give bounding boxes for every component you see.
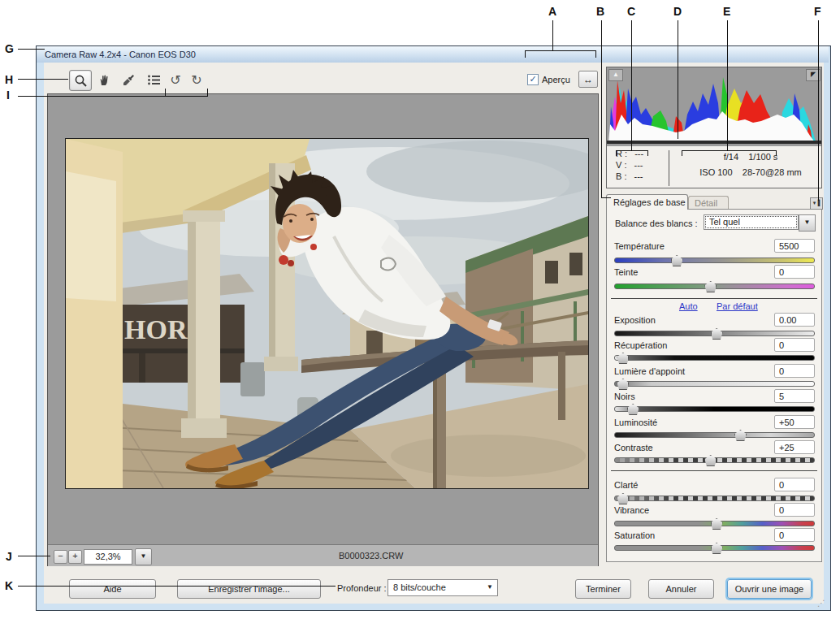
- auto-link[interactable]: Auto: [679, 301, 698, 311]
- exposure-slider-thumb[interactable]: [711, 328, 723, 340]
- histogram-panel: ▲ ◤ R : --- V : --- B : --- f/14 1/100 s…: [606, 67, 822, 188]
- callout-bracket-c-l: [616, 150, 617, 156]
- chevron-down-icon: ▼: [141, 552, 147, 560]
- hand-tool-button[interactable]: [93, 70, 115, 89]
- done-button[interactable]: Terminer: [575, 579, 631, 599]
- white-balance-select[interactable]: Tel quel: [704, 214, 799, 230]
- list-icon: [147, 74, 161, 86]
- exposure-value[interactable]: 0.00: [774, 313, 815, 327]
- slider-row-exposure: Exposition 0.00: [614, 315, 815, 328]
- exif-iso-lens: ISO 100 28-70@28 mm: [682, 167, 820, 177]
- fullscreen-toggle-button[interactable]: ↔: [578, 71, 598, 88]
- callout-bracket-e: [682, 150, 777, 151]
- clarity-label: Clarté: [614, 480, 638, 490]
- cancel-button[interactable]: Annuler: [648, 579, 714, 599]
- color-samples-tool-button[interactable]: [143, 70, 164, 89]
- saturation-slider[interactable]: [614, 545, 815, 551]
- temperature-slider-thumb[interactable]: [671, 255, 683, 266]
- exposure-slider[interactable]: [614, 331, 815, 336]
- save-image-button[interactable]: Enregistrer l'image...: [177, 579, 321, 599]
- callout-bracket-a-l: [525, 50, 526, 58]
- help-button[interactable]: Aide: [69, 579, 156, 599]
- title-bar[interactable]: Camera Raw 4.2x4 - Canon EOS D30: [37, 46, 829, 63]
- brightness-label: Luminosité: [614, 418, 657, 427]
- zoom-in-button[interactable]: +: [68, 550, 82, 564]
- checkmark-icon: ✓: [529, 74, 536, 84]
- rotate-cw-icon: ↻: [191, 72, 201, 88]
- v-value: ---: [634, 160, 643, 170]
- saturation-label: Saturation: [614, 530, 655, 540]
- callout-line-k: [18, 586, 336, 587]
- clarity-slider[interactable]: [614, 496, 815, 501]
- brightness-slider[interactable]: [614, 432, 815, 438]
- contrast-slider[interactable]: [614, 457, 815, 463]
- separator-2: [611, 470, 817, 471]
- vibrance-slider[interactable]: [614, 521, 815, 526]
- white-balance-select-arrow[interactable]: ▼: [799, 214, 816, 232]
- default-link[interactable]: Par défaut: [717, 301, 758, 311]
- b-value: ---: [634, 171, 643, 181]
- contrast-slider-thumb[interactable]: [704, 455, 717, 466]
- photo-preview[interactable]: HORS: [65, 138, 589, 489]
- callout-letter-d: D: [673, 5, 682, 18]
- vibrance-slider-thumb[interactable]: [711, 518, 723, 530]
- recovery-value[interactable]: 0: [774, 338, 815, 352]
- zoom-tool-button[interactable]: [69, 70, 92, 91]
- recovery-slider-thumb[interactable]: [617, 353, 629, 364]
- panel-menu-button[interactable]: ▾▐: [810, 197, 823, 210]
- callout-line-j: [18, 556, 50, 556]
- temperature-slider[interactable]: [614, 258, 815, 263]
- hand-icon: [97, 73, 111, 87]
- tab-reglages-de-base[interactable]: Réglages de base: [606, 194, 688, 210]
- depth-label: Profondeur :: [337, 583, 387, 593]
- callout-letter-j: J: [6, 550, 12, 563]
- clarity-slider-thumb[interactable]: [617, 493, 629, 504]
- callout-letter-h: H: [5, 73, 13, 86]
- vibrance-value[interactable]: 0: [774, 503, 815, 517]
- recovery-slider[interactable]: [614, 355, 815, 361]
- fill-light-slider[interactable]: [614, 381, 815, 387]
- depth-select-arrow[interactable]: ▼: [483, 580, 497, 595]
- tint-value[interactable]: 0: [774, 265, 815, 279]
- preview-checkbox[interactable]: ✓: [527, 74, 539, 85]
- white-balance-tool-button[interactable]: [118, 70, 139, 89]
- fill-light-slider-thumb[interactable]: [617, 379, 629, 390]
- shadow-clipping-button[interactable]: ▲: [608, 69, 623, 81]
- fill-light-value[interactable]: 0: [774, 364, 815, 378]
- zoom-level-field[interactable]: 32,3%: [84, 549, 132, 565]
- rotate-right-button[interactable]: ↻: [186, 70, 207, 89]
- tint-slider[interactable]: [614, 284, 815, 289]
- callout-bracket-e-l: [682, 150, 682, 156]
- brightness-value[interactable]: +50: [774, 415, 815, 429]
- saturation-value[interactable]: 0: [774, 528, 815, 542]
- blacks-slider[interactable]: [614, 406, 815, 412]
- brightness-slider-thumb[interactable]: [734, 430, 747, 441]
- open-image-button[interactable]: Ouvrir une image: [727, 579, 812, 599]
- rotate-left-button[interactable]: ↺: [165, 70, 186, 89]
- zoom-level-dropdown[interactable]: ▼: [135, 548, 152, 565]
- callout-bracket-e-r: [776, 150, 777, 156]
- callout-letter-e: E: [723, 5, 730, 18]
- depth-select[interactable]: 8 bits/couche: [388, 579, 498, 596]
- tint-slider-thumb[interactable]: [704, 281, 717, 292]
- fill-light-label: Lumière d'appoint: [614, 366, 685, 376]
- callout-bracket-a: [525, 50, 596, 51]
- temperature-value[interactable]: 5500: [774, 239, 815, 253]
- saturation-slider-thumb[interactable]: [711, 543, 723, 554]
- window-title: Camera Raw 4.2x4 - Canon EOS D30: [45, 50, 196, 59]
- tab-detail[interactable]: Détail: [688, 196, 729, 210]
- contrast-value[interactable]: +25: [774, 440, 815, 454]
- blacks-slider-thumb[interactable]: [627, 404, 639, 415]
- preview-checkbox-label: Aperçu: [542, 75, 570, 84]
- separator-1: [611, 298, 817, 299]
- callout-line-b-tick: [601, 197, 611, 198]
- resize-grip[interactable]: ⋰: [817, 599, 829, 608]
- minus-icon: −: [58, 551, 63, 561]
- slider-row-fill-light: Lumière d'appoint 0: [614, 366, 815, 379]
- filename-label: B0000323.CRW: [339, 551, 403, 561]
- zoom-out-button[interactable]: −: [54, 550, 67, 564]
- slider-row-brightness: Luminosité +50: [614, 418, 815, 431]
- callout-letter-f: F: [814, 5, 821, 18]
- blacks-value[interactable]: 5: [774, 389, 815, 403]
- clarity-value[interactable]: 0: [774, 478, 815, 491]
